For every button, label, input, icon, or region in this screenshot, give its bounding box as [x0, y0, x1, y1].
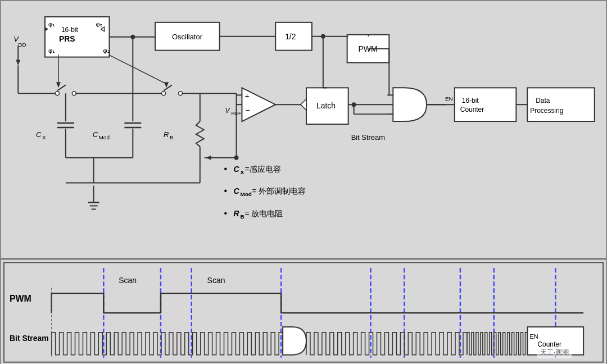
circuit-area: V DD 16-bit PRS φ₁ φ₂ Oscillator [1, 1, 606, 260]
svg-text:EN: EN [530, 333, 538, 340]
svg-text:Scan: Scan [207, 276, 225, 285]
svg-text:V: V [225, 107, 230, 115]
svg-point-36 [162, 92, 166, 95]
svg-text:Bit Stream: Bit Stream [351, 133, 385, 142]
svg-text:Scan: Scan [119, 276, 137, 285]
svg-text:C: C [36, 130, 42, 139]
svg-text:PWM: PWM [10, 294, 31, 303]
timing-area: PWM Bit Stream Scan Scan [1, 260, 606, 364]
svg-text:Mod: Mod [240, 191, 251, 197]
svg-point-31 [55, 92, 59, 95]
svg-text:φ₂: φ₂ [96, 21, 102, 28]
svg-text:Latch: Latch [316, 101, 336, 110]
svg-text:φ₂: φ₂ [103, 47, 110, 54]
svg-text:Mod: Mod [99, 134, 110, 140]
svg-text:C: C [93, 130, 98, 139]
svg-text:1/2: 1/2 [285, 32, 296, 41]
svg-text:16-bit: 16-bit [462, 97, 479, 104]
svg-text:= 放电电阻: = 放电电阻 [244, 209, 283, 218]
svg-text:= 外部调制电容: = 外部调制电容 [252, 186, 306, 195]
main-container: V DD 16-bit PRS φ₁ φ₂ Oscillator [0, 0, 607, 364]
svg-text:=感应电容: =感应电容 [244, 165, 280, 174]
svg-text:C: C [234, 165, 240, 174]
svg-text:X: X [240, 169, 244, 175]
svg-text:B: B [170, 134, 174, 140]
svg-text:•: • [224, 208, 228, 218]
svg-text:Bit Stream: Bit Stream [10, 334, 49, 343]
svg-text:φ₁: φ₁ [48, 21, 55, 28]
svg-point-32 [72, 92, 76, 95]
svg-text:R: R [164, 130, 169, 139]
svg-text:X: X [42, 134, 46, 140]
svg-text:Oscillator: Oscillator [172, 33, 203, 41]
svg-text:•: • [224, 164, 228, 174]
svg-text:DD: DD [18, 42, 26, 48]
svg-text:R: R [234, 209, 239, 218]
svg-text:−: − [245, 106, 250, 115]
svg-text:+: + [244, 92, 249, 101]
svg-text:φ₁: φ₁ [48, 47, 55, 54]
svg-text:16-bit: 16-bit [61, 26, 79, 34]
svg-text:B: B [240, 213, 244, 220]
svg-text:Processing: Processing [530, 107, 563, 115]
svg-text:Counter: Counter [460, 106, 484, 113]
svg-point-37 [178, 92, 182, 95]
watermark: 天工·观潮 [537, 347, 572, 358]
svg-text:Data: Data [536, 97, 550, 104]
svg-text:•: • [224, 186, 228, 195]
svg-text:PRS: PRS [59, 34, 75, 43]
circuit-svg: V DD 16-bit PRS φ₁ φ₂ Oscillator [1, 1, 606, 258]
svg-text:C: C [234, 186, 240, 195]
svg-text:REF: REF [232, 111, 242, 116]
svg-text:EN: EN [445, 95, 453, 102]
timing-svg: PWM Bit Stream Scan Scan [1, 260, 606, 364]
